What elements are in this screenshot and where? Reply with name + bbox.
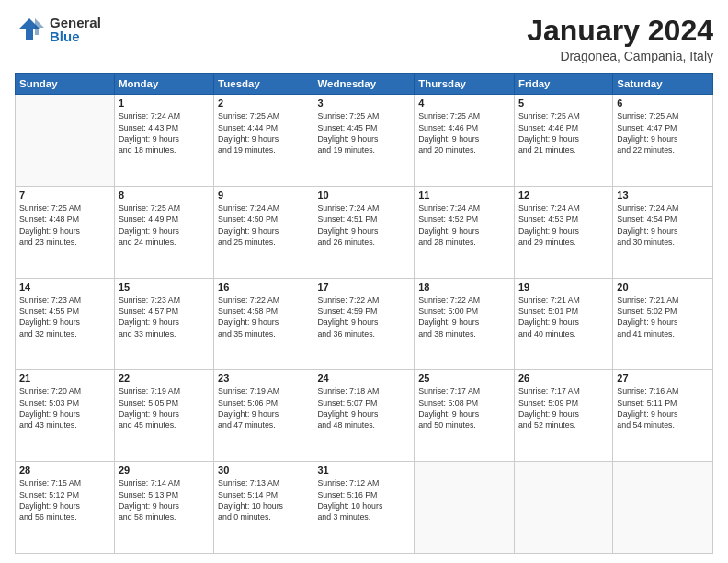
- day-header: Friday: [514, 74, 612, 95]
- calendar-cell: 10Sunrise: 7:24 AM Sunset: 4:51 PM Dayli…: [313, 186, 415, 278]
- day-number: 26: [518, 373, 609, 384]
- calendar-cell: 6Sunrise: 7:25 AM Sunset: 4:47 PM Daylig…: [613, 95, 713, 187]
- day-number: 5: [518, 98, 609, 109]
- day-number: 13: [617, 190, 709, 201]
- day-number: 22: [119, 373, 210, 384]
- day-number: 8: [119, 190, 210, 201]
- day-info: Sunrise: 7:12 AM Sunset: 5:16 PM Dayligh…: [317, 477, 410, 523]
- calendar-cell: 21Sunrise: 7:20 AM Sunset: 5:03 PM Dayli…: [16, 370, 115, 462]
- calendar-week-row: 14Sunrise: 7:23 AM Sunset: 4:55 PM Dayli…: [16, 278, 713, 370]
- logo-blue-text: Blue: [50, 29, 101, 43]
- day-number: 4: [418, 98, 510, 109]
- day-info: Sunrise: 7:24 AM Sunset: 4:50 PM Dayligh…: [218, 202, 309, 247]
- day-info: Sunrise: 7:25 AM Sunset: 4:46 PM Dayligh…: [418, 110, 510, 155]
- calendar-cell: 3Sunrise: 7:25 AM Sunset: 4:45 PM Daylig…: [313, 95, 415, 187]
- calendar-cell: 27Sunrise: 7:16 AM Sunset: 5:11 PM Dayli…: [613, 370, 713, 462]
- calendar-table: SundayMondayTuesdayWednesdayThursdayFrid…: [15, 73, 713, 554]
- day-info: Sunrise: 7:25 AM Sunset: 4:47 PM Dayligh…: [617, 110, 709, 155]
- calendar-cell: 7Sunrise: 7:25 AM Sunset: 4:48 PM Daylig…: [16, 186, 115, 278]
- day-info: Sunrise: 7:24 AM Sunset: 4:43 PM Dayligh…: [119, 110, 210, 155]
- day-header: Tuesday: [214, 74, 313, 95]
- day-number: 6: [617, 98, 709, 109]
- calendar-cell: 20Sunrise: 7:21 AM Sunset: 5:02 PM Dayli…: [613, 278, 713, 370]
- day-header: Thursday: [415, 74, 515, 95]
- day-number: 16: [218, 282, 309, 293]
- page: General Blue January 2024 Dragonea, Camp…: [0, 0, 728, 563]
- day-info: Sunrise: 7:21 AM Sunset: 5:02 PM Dayligh…: [617, 294, 709, 339]
- day-info: Sunrise: 7:14 AM Sunset: 5:13 PM Dayligh…: [119, 477, 210, 523]
- day-number: 12: [518, 190, 609, 201]
- calendar-cell: 18Sunrise: 7:22 AM Sunset: 5:00 PM Dayli…: [415, 278, 515, 370]
- day-number: 20: [617, 282, 709, 293]
- day-number: 17: [317, 282, 410, 293]
- day-info: Sunrise: 7:19 AM Sunset: 5:06 PM Dayligh…: [218, 385, 309, 431]
- day-number: 29: [119, 465, 210, 476]
- calendar-cell: 23Sunrise: 7:19 AM Sunset: 5:06 PM Dayli…: [214, 370, 313, 462]
- day-info: Sunrise: 7:22 AM Sunset: 4:59 PM Dayligh…: [317, 294, 410, 339]
- day-info: Sunrise: 7:25 AM Sunset: 4:48 PM Dayligh…: [19, 202, 110, 247]
- day-number: 3: [317, 98, 410, 109]
- day-number: 2: [218, 98, 309, 109]
- calendar-cell: 30Sunrise: 7:13 AM Sunset: 5:14 PM Dayli…: [214, 462, 313, 554]
- logo-general-text: General: [50, 16, 101, 29]
- calendar-cell: [16, 95, 115, 187]
- day-number: 31: [317, 465, 410, 476]
- day-number: 9: [218, 190, 309, 201]
- calendar-cell: [415, 462, 515, 554]
- day-info: Sunrise: 7:15 AM Sunset: 5:12 PM Dayligh…: [19, 477, 110, 523]
- calendar-week-row: 7Sunrise: 7:25 AM Sunset: 4:48 PM Daylig…: [16, 186, 713, 278]
- calendar-cell: 24Sunrise: 7:18 AM Sunset: 5:07 PM Dayli…: [313, 370, 415, 462]
- calendar-cell: 22Sunrise: 7:19 AM Sunset: 5:05 PM Dayli…: [114, 370, 213, 462]
- calendar-cell: 29Sunrise: 7:14 AM Sunset: 5:13 PM Dayli…: [114, 462, 213, 554]
- day-info: Sunrise: 7:17 AM Sunset: 5:08 PM Dayligh…: [418, 385, 510, 431]
- day-number: 28: [19, 465, 110, 476]
- day-info: Sunrise: 7:13 AM Sunset: 5:14 PM Dayligh…: [218, 477, 309, 523]
- calendar-cell: 14Sunrise: 7:23 AM Sunset: 4:55 PM Dayli…: [16, 278, 115, 370]
- calendar-cell: 2Sunrise: 7:25 AM Sunset: 4:44 PM Daylig…: [214, 95, 313, 187]
- day-number: 14: [19, 282, 110, 293]
- calendar-cell: 17Sunrise: 7:22 AM Sunset: 4:59 PM Dayli…: [313, 278, 415, 370]
- day-info: Sunrise: 7:24 AM Sunset: 4:54 PM Dayligh…: [617, 202, 709, 247]
- day-info: Sunrise: 7:25 AM Sunset: 4:49 PM Dayligh…: [119, 202, 210, 247]
- day-number: 7: [19, 190, 110, 201]
- day-number: 27: [617, 373, 709, 384]
- header: General Blue January 2024 Dragonea, Camp…: [15, 15, 713, 63]
- calendar-week-row: 1Sunrise: 7:24 AM Sunset: 4:43 PM Daylig…: [16, 95, 713, 187]
- day-header: Monday: [114, 74, 213, 95]
- day-info: Sunrise: 7:22 AM Sunset: 4:58 PM Dayligh…: [218, 294, 309, 339]
- day-header: Sunday: [16, 74, 115, 95]
- svg-marker-1: [35, 18, 44, 35]
- calendar-cell: 9Sunrise: 7:24 AM Sunset: 4:50 PM Daylig…: [214, 186, 313, 278]
- calendar-week-row: 28Sunrise: 7:15 AM Sunset: 5:12 PM Dayli…: [16, 462, 713, 554]
- logo-text: General Blue: [50, 16, 101, 43]
- day-info: Sunrise: 7:19 AM Sunset: 5:05 PM Dayligh…: [119, 385, 210, 431]
- logo-icon: [15, 15, 44, 44]
- day-info: Sunrise: 7:24 AM Sunset: 4:51 PM Dayligh…: [317, 202, 410, 247]
- calendar-cell: 11Sunrise: 7:24 AM Sunset: 4:52 PM Dayli…: [415, 186, 515, 278]
- calendar-cell: 15Sunrise: 7:23 AM Sunset: 4:57 PM Dayli…: [114, 278, 213, 370]
- day-info: Sunrise: 7:25 AM Sunset: 4:46 PM Dayligh…: [518, 110, 609, 155]
- day-header: Saturday: [613, 74, 713, 95]
- month-title: January 2024: [527, 15, 713, 47]
- day-number: 25: [418, 373, 510, 384]
- day-info: Sunrise: 7:23 AM Sunset: 4:57 PM Dayligh…: [119, 294, 210, 339]
- day-info: Sunrise: 7:18 AM Sunset: 5:07 PM Dayligh…: [317, 385, 410, 431]
- calendar-cell: 12Sunrise: 7:24 AM Sunset: 4:53 PM Dayli…: [514, 186, 612, 278]
- calendar-cell: 19Sunrise: 7:21 AM Sunset: 5:01 PM Dayli…: [514, 278, 612, 370]
- day-number: 18: [418, 282, 510, 293]
- calendar-cell: 4Sunrise: 7:25 AM Sunset: 4:46 PM Daylig…: [415, 95, 515, 187]
- day-info: Sunrise: 7:23 AM Sunset: 4:55 PM Dayligh…: [19, 294, 110, 339]
- day-number: 1: [119, 98, 210, 109]
- day-info: Sunrise: 7:20 AM Sunset: 5:03 PM Dayligh…: [19, 385, 110, 431]
- calendar-cell: 1Sunrise: 7:24 AM Sunset: 4:43 PM Daylig…: [114, 95, 213, 187]
- calendar-week-row: 21Sunrise: 7:20 AM Sunset: 5:03 PM Dayli…: [16, 370, 713, 462]
- day-info: Sunrise: 7:24 AM Sunset: 4:52 PM Dayligh…: [418, 202, 510, 247]
- title-block: January 2024 Dragonea, Campania, Italy: [527, 15, 713, 63]
- day-info: Sunrise: 7:21 AM Sunset: 5:01 PM Dayligh…: [518, 294, 609, 339]
- calendar-cell: 13Sunrise: 7:24 AM Sunset: 4:54 PM Dayli…: [613, 186, 713, 278]
- day-info: Sunrise: 7:17 AM Sunset: 5:09 PM Dayligh…: [518, 385, 609, 431]
- day-header: Wednesday: [313, 74, 415, 95]
- calendar-cell: 25Sunrise: 7:17 AM Sunset: 5:08 PM Dayli…: [415, 370, 515, 462]
- calendar-cell: 26Sunrise: 7:17 AM Sunset: 5:09 PM Dayli…: [514, 370, 612, 462]
- calendar-cell: 5Sunrise: 7:25 AM Sunset: 4:46 PM Daylig…: [514, 95, 612, 187]
